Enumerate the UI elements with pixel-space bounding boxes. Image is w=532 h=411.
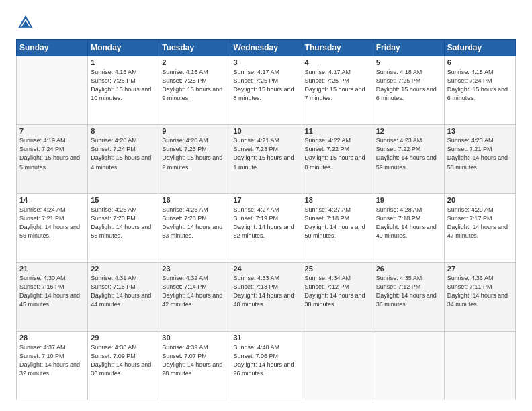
calendar-cell: 8Sunrise: 4:20 AMSunset: 7:24 PMDaylight…	[88, 125, 159, 193]
calendar-cell: 7Sunrise: 4:19 AMSunset: 7:24 PMDaylight…	[17, 125, 88, 193]
day-number: 21	[19, 265, 85, 273]
day-info: Sunrise: 4:18 AMSunset: 7:24 PMDaylight:…	[447, 68, 513, 103]
calendar-cell: 31Sunrise: 4:40 AMSunset: 7:06 PMDayligh…	[230, 331, 302, 400]
day-info: Sunrise: 4:17 AMSunset: 7:25 PMDaylight:…	[233, 68, 298, 103]
day-info: Sunrise: 4:32 AMSunset: 7:14 PMDaylight:…	[162, 274, 227, 309]
calendar-cell: 6Sunrise: 4:18 AMSunset: 7:24 PMDaylight…	[444, 56, 515, 125]
day-info: Sunrise: 4:15 AMSunset: 7:25 PMDaylight:…	[91, 68, 156, 103]
day-info: Sunrise: 4:27 AMSunset: 7:18 PMDaylight:…	[305, 205, 370, 240]
day-number: 23	[162, 265, 227, 273]
day-info: Sunrise: 4:39 AMSunset: 7:07 PMDaylight:…	[162, 343, 227, 378]
calendar-cell: 13Sunrise: 4:23 AMSunset: 7:21 PMDayligh…	[444, 125, 515, 193]
day-info: Sunrise: 4:28 AMSunset: 7:18 PMDaylight:…	[376, 205, 441, 240]
calendar-header-row: SundayMondayTuesdayWednesdayThursdayFrid…	[17, 40, 516, 56]
calendar-cell: 22Sunrise: 4:31 AMSunset: 7:15 PMDayligh…	[88, 263, 159, 331]
day-number: 18	[305, 196, 370, 204]
day-number: 24	[233, 265, 298, 273]
calendar-cell: 24Sunrise: 4:33 AMSunset: 7:13 PMDayligh…	[230, 263, 302, 331]
calendar-cell: 29Sunrise: 4:38 AMSunset: 7:09 PMDayligh…	[88, 331, 159, 400]
logo-icon	[16, 13, 35, 32]
calendar-cell: 16Sunrise: 4:26 AMSunset: 7:20 PMDayligh…	[159, 193, 230, 262]
calendar-cell	[444, 331, 515, 400]
day-number: 5	[376, 58, 441, 66]
day-number: 27	[447, 265, 513, 273]
header	[16, 13, 516, 32]
day-info: Sunrise: 4:38 AMSunset: 7:09 PMDaylight:…	[91, 343, 156, 378]
day-info: Sunrise: 4:40 AMSunset: 7:06 PMDaylight:…	[233, 343, 298, 378]
day-number: 16	[162, 196, 227, 204]
calendar-cell: 17Sunrise: 4:27 AMSunset: 7:19 PMDayligh…	[230, 193, 302, 262]
calendar-cell: 12Sunrise: 4:23 AMSunset: 7:22 PMDayligh…	[373, 125, 444, 193]
day-number: 8	[91, 127, 156, 135]
day-number: 6	[447, 58, 513, 66]
day-info: Sunrise: 4:21 AMSunset: 7:23 PMDaylight:…	[233, 136, 298, 171]
calendar-cell: 21Sunrise: 4:30 AMSunset: 7:16 PMDayligh…	[17, 263, 88, 331]
calendar-cell: 14Sunrise: 4:24 AMSunset: 7:21 PMDayligh…	[17, 193, 88, 262]
calendar-week-row: 14Sunrise: 4:24 AMSunset: 7:21 PMDayligh…	[17, 193, 516, 262]
calendar-day-header: Friday	[373, 40, 444, 56]
day-number: 1	[91, 58, 156, 66]
day-number: 9	[162, 127, 227, 135]
day-number: 14	[19, 196, 85, 204]
day-number: 29	[91, 334, 156, 342]
calendar-cell: 28Sunrise: 4:37 AMSunset: 7:10 PMDayligh…	[17, 331, 88, 400]
day-info: Sunrise: 4:30 AMSunset: 7:16 PMDaylight:…	[19, 274, 85, 309]
day-info: Sunrise: 4:16 AMSunset: 7:25 PMDaylight:…	[162, 68, 227, 103]
day-number: 7	[19, 127, 85, 135]
day-info: Sunrise: 4:27 AMSunset: 7:19 PMDaylight:…	[233, 205, 298, 240]
calendar-day-header: Tuesday	[159, 40, 230, 56]
calendar-cell: 5Sunrise: 4:18 AMSunset: 7:25 PMDaylight…	[373, 56, 444, 125]
calendar-cell: 18Sunrise: 4:27 AMSunset: 7:18 PMDayligh…	[302, 193, 373, 262]
day-info: Sunrise: 4:19 AMSunset: 7:24 PMDaylight:…	[19, 136, 85, 171]
day-number: 13	[447, 127, 513, 135]
day-number: 11	[305, 127, 370, 135]
day-info: Sunrise: 4:23 AMSunset: 7:21 PMDaylight:…	[447, 136, 513, 171]
calendar-day-header: Wednesday	[230, 40, 302, 56]
day-info: Sunrise: 4:35 AMSunset: 7:12 PMDaylight:…	[376, 274, 441, 309]
calendar-cell: 15Sunrise: 4:25 AMSunset: 7:20 PMDayligh…	[88, 193, 159, 262]
calendar-table: SundayMondayTuesdayWednesdayThursdayFrid…	[16, 39, 516, 400]
calendar-cell: 19Sunrise: 4:28 AMSunset: 7:18 PMDayligh…	[373, 193, 444, 262]
day-number: 31	[233, 334, 298, 342]
calendar-cell: 26Sunrise: 4:35 AMSunset: 7:12 PMDayligh…	[373, 263, 444, 331]
page: SundayMondayTuesdayWednesdayThursdayFrid…	[0, 0, 532, 411]
calendar-cell: 4Sunrise: 4:17 AMSunset: 7:25 PMDaylight…	[302, 56, 373, 125]
calendar-cell: 25Sunrise: 4:34 AMSunset: 7:12 PMDayligh…	[302, 263, 373, 331]
day-number: 4	[305, 58, 370, 66]
calendar-cell: 30Sunrise: 4:39 AMSunset: 7:07 PMDayligh…	[159, 331, 230, 400]
calendar-week-row: 21Sunrise: 4:30 AMSunset: 7:16 PMDayligh…	[17, 263, 516, 331]
day-number: 22	[91, 265, 156, 273]
calendar-cell: 3Sunrise: 4:17 AMSunset: 7:25 PMDaylight…	[230, 56, 302, 125]
calendar-cell	[17, 56, 88, 125]
day-info: Sunrise: 4:33 AMSunset: 7:13 PMDaylight:…	[233, 274, 298, 309]
calendar-week-row: 28Sunrise: 4:37 AMSunset: 7:10 PMDayligh…	[17, 331, 516, 400]
calendar-cell: 27Sunrise: 4:36 AMSunset: 7:11 PMDayligh…	[444, 263, 515, 331]
calendar-day-header: Sunday	[17, 40, 88, 56]
day-info: Sunrise: 4:24 AMSunset: 7:21 PMDaylight:…	[19, 205, 85, 240]
day-info: Sunrise: 4:23 AMSunset: 7:22 PMDaylight:…	[376, 136, 441, 171]
calendar-cell: 20Sunrise: 4:29 AMSunset: 7:17 PMDayligh…	[444, 193, 515, 262]
day-number: 26	[376, 265, 441, 273]
day-info: Sunrise: 4:20 AMSunset: 7:23 PMDaylight:…	[162, 136, 227, 171]
calendar-cell: 2Sunrise: 4:16 AMSunset: 7:25 PMDaylight…	[159, 56, 230, 125]
calendar-week-row: 7Sunrise: 4:19 AMSunset: 7:24 PMDaylight…	[17, 125, 516, 193]
day-info: Sunrise: 4:31 AMSunset: 7:15 PMDaylight:…	[91, 274, 156, 309]
day-info: Sunrise: 4:26 AMSunset: 7:20 PMDaylight:…	[162, 205, 227, 240]
day-info: Sunrise: 4:34 AMSunset: 7:12 PMDaylight:…	[305, 274, 370, 309]
day-number: 17	[233, 196, 298, 204]
calendar-cell: 1Sunrise: 4:15 AMSunset: 7:25 PMDaylight…	[88, 56, 159, 125]
day-info: Sunrise: 4:17 AMSunset: 7:25 PMDaylight:…	[305, 68, 370, 103]
day-info: Sunrise: 4:25 AMSunset: 7:20 PMDaylight:…	[91, 205, 156, 240]
day-number: 12	[376, 127, 441, 135]
calendar-week-row: 1Sunrise: 4:15 AMSunset: 7:25 PMDaylight…	[17, 56, 516, 125]
calendar-day-header: Monday	[88, 40, 159, 56]
day-info: Sunrise: 4:22 AMSunset: 7:22 PMDaylight:…	[305, 136, 370, 171]
logo	[16, 13, 38, 32]
day-number: 28	[19, 334, 85, 342]
calendar-cell: 11Sunrise: 4:22 AMSunset: 7:22 PMDayligh…	[302, 125, 373, 193]
day-info: Sunrise: 4:18 AMSunset: 7:25 PMDaylight:…	[376, 68, 441, 103]
calendar-cell	[302, 331, 373, 400]
day-number: 25	[305, 265, 370, 273]
calendar-day-header: Saturday	[444, 40, 515, 56]
day-number: 2	[162, 58, 227, 66]
